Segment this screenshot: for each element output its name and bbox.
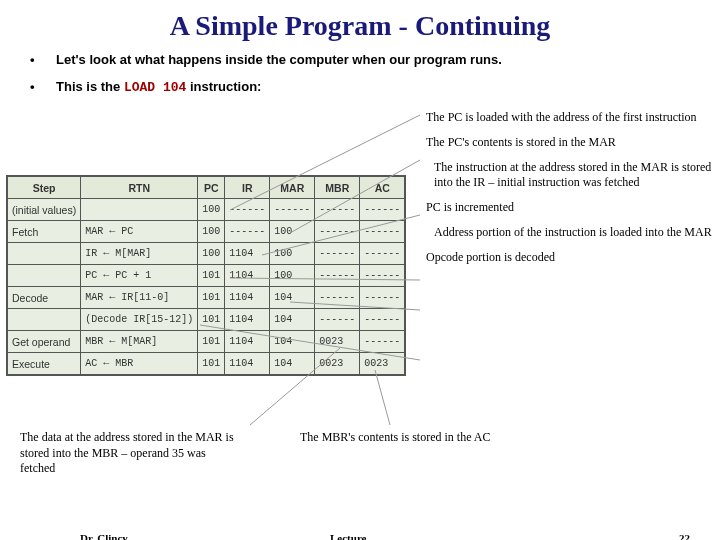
annotation: The PC is loaded with the address of the… (420, 110, 715, 125)
cell: ------ (360, 221, 405, 243)
cell: 101 (198, 265, 225, 287)
cell: MAR ← IR[11-0] (81, 287, 198, 309)
annotation: Opcode portion is decoded (420, 250, 715, 265)
col-ac: AC (360, 177, 405, 199)
cell: 1104 (225, 309, 270, 331)
table-header-row: Step RTN PC IR MAR MBR AC (8, 177, 405, 199)
cell: 104 (270, 287, 315, 309)
cell: 0023 (315, 331, 360, 353)
cell: ------ (360, 331, 405, 353)
cell: 100 (198, 199, 225, 221)
cell: 100 (198, 221, 225, 243)
cell (8, 243, 81, 265)
cell: ------ (225, 221, 270, 243)
cell: ------ (270, 199, 315, 221)
bullet-item: • This is the LOAD 104 instruction: (30, 79, 690, 95)
col-step: Step (8, 177, 81, 199)
bullet-marker: • (30, 52, 56, 67)
footer-label: Lecture (330, 532, 366, 540)
cell: ------ (360, 309, 405, 331)
cell: ------ (315, 265, 360, 287)
cell: AC ← MBR (81, 353, 198, 375)
annotation-list: The PC is loaded with the address of the… (420, 110, 715, 275)
table-row: ExecuteAC ← MBR101110410400230023 (8, 353, 405, 375)
table-row: IR ← M[MAR]1001104100------------ (8, 243, 405, 265)
col-ir: IR (225, 177, 270, 199)
footer-author: Dr. Clincy (80, 532, 128, 540)
cell: Execute (8, 353, 81, 375)
cell: 1104 (225, 243, 270, 265)
cell: ------ (360, 243, 405, 265)
cell: ------ (315, 221, 360, 243)
slide-title: A Simple Program - Continuing (0, 0, 720, 52)
table-row: PC ← PC + 11011104100------------ (8, 265, 405, 287)
cell: 100 (270, 265, 315, 287)
cell: 104 (270, 331, 315, 353)
table-row: DecodeMAR ← IR[11-0]1011104104----------… (8, 287, 405, 309)
bullet-text: This is the LOAD 104 instruction: (56, 79, 261, 95)
cell: 100 (270, 221, 315, 243)
cell (8, 309, 81, 331)
cell: 0023 (315, 353, 360, 375)
cell: ------ (315, 199, 360, 221)
cell: Decode (8, 287, 81, 309)
cell: 104 (270, 353, 315, 375)
cell: ------ (315, 309, 360, 331)
table-body: (initial values)100---------------------… (8, 199, 405, 375)
annotation-ac-store: The MBR's contents is stored in the AC (300, 430, 520, 446)
cell: 0023 (360, 353, 405, 375)
cell: PC ← PC + 1 (81, 265, 198, 287)
col-mar: MAR (270, 177, 315, 199)
bullet-marker: • (30, 79, 56, 95)
cell: 101 (198, 287, 225, 309)
bullet-text: Let's look at what happens inside the co… (56, 52, 502, 67)
table-row: Get operandMBR ← M[MAR]10111041040023---… (8, 331, 405, 353)
col-mbr: MBR (315, 177, 360, 199)
cell: (initial values) (8, 199, 81, 221)
col-rtn: RTN (81, 177, 198, 199)
cell (81, 199, 198, 221)
trace-table: Step RTN PC IR MAR MBR AC (initial value… (7, 176, 405, 375)
cell: MBR ← M[MAR] (81, 331, 198, 353)
annotation: Address portion of the instruction is lo… (428, 225, 715, 240)
cell: Get operand (8, 331, 81, 353)
table-row: (Decode IR[15-12])1011104104------------ (8, 309, 405, 331)
annotation: The instruction at the address stored in… (428, 160, 715, 190)
cell: 100 (198, 243, 225, 265)
table-row: (initial values)100---------------------… (8, 199, 405, 221)
cell: 1104 (225, 265, 270, 287)
text-segment: instruction: (186, 79, 261, 94)
cell: MAR ← PC (81, 221, 198, 243)
table-row: FetchMAR ← PC100------100------------ (8, 221, 405, 243)
cell: 1104 (225, 331, 270, 353)
cell: 1104 (225, 353, 270, 375)
cell: ------ (360, 199, 405, 221)
cell: (Decode IR[15-12]) (81, 309, 198, 331)
instruction-trace-table: Step RTN PC IR MAR MBR AC (initial value… (6, 175, 406, 376)
cell: ------ (360, 265, 405, 287)
text-segment: This is the (56, 79, 124, 94)
cell: ------ (360, 287, 405, 309)
cell: 101 (198, 331, 225, 353)
svg-line-7 (375, 370, 390, 425)
cell: 104 (270, 309, 315, 331)
cell: ------ (225, 199, 270, 221)
bullet-list: • Let's look at what happens inside the … (0, 52, 720, 95)
cell: ------ (315, 243, 360, 265)
code-instruction: LOAD 104 (124, 80, 186, 95)
cell (8, 265, 81, 287)
bullet-item: • Let's look at what happens inside the … (30, 52, 690, 67)
annotation: PC is incremented (420, 200, 715, 215)
cell: 101 (198, 353, 225, 375)
col-pc: PC (198, 177, 225, 199)
cell: Fetch (8, 221, 81, 243)
annotation-mbr-fetch: The data at the address stored in the MA… (20, 430, 240, 477)
footer-page-number: 22 (679, 532, 690, 540)
cell: IR ← M[MAR] (81, 243, 198, 265)
annotation: The PC's contents is stored in the MAR (420, 135, 715, 150)
cell: 1104 (225, 287, 270, 309)
cell: 101 (198, 309, 225, 331)
cell: ------ (315, 287, 360, 309)
cell: 100 (270, 243, 315, 265)
